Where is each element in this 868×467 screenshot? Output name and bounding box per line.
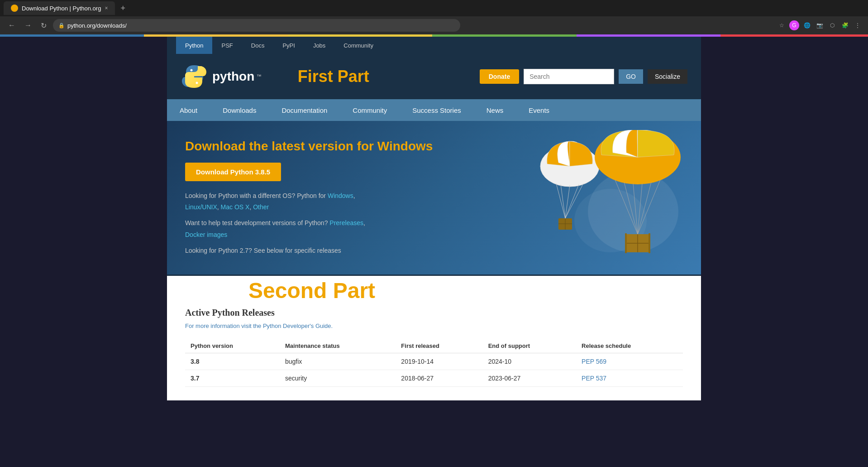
svg-line-5 <box>556 183 565 218</box>
parachute-illustration <box>520 130 692 274</box>
svg-rect-23 <box>625 233 627 253</box>
mainnav-about[interactable]: About <box>167 99 210 121</box>
version-37: 3.7 <box>185 370 280 386</box>
pep-537-link[interactable]: PEP 537 <box>582 375 606 382</box>
logo-area: python ™ <box>181 63 262 90</box>
hero-description: Looking for Python with a different OS? … <box>185 190 459 256</box>
col-end-support: End of support <box>483 339 576 353</box>
end-support-37: 2023-06-27 <box>483 370 576 386</box>
svg-line-7 <box>565 185 570 218</box>
bookmark-icon[interactable]: ☆ <box>777 20 787 30</box>
search-input[interactable] <box>524 69 614 84</box>
version-38: 3.8 <box>185 353 280 370</box>
url-box[interactable]: 🔒 python.org/downloads/ <box>53 19 460 32</box>
releases-table-header: Python version Maintenance status First … <box>185 339 683 353</box>
globe-icon[interactable]: 🌐 <box>802 20 812 30</box>
hero-line1: Looking for Python with a different OS? … <box>185 190 459 202</box>
dev-guide-link[interactable]: For more information visit the Python De… <box>185 323 333 329</box>
mainnav-success-stories[interactable]: Success Stories <box>400 99 474 121</box>
back-button[interactable]: ← <box>5 19 18 31</box>
donate-button[interactable]: Donate <box>480 69 519 84</box>
topnav-community[interactable]: Community <box>334 37 382 54</box>
end-support-38: 2024-10 <box>483 353 576 370</box>
hero-title: Download the latest version for Windows <box>185 139 459 154</box>
table-row: 3.8 bugfix 2019-10-14 2024-10 PEP 569 <box>185 353 683 370</box>
go-button[interactable]: GO <box>619 69 643 84</box>
first-released-37: 2018-06-27 <box>396 370 482 386</box>
schedule-37: PEP 537 <box>576 370 683 386</box>
topnav-pypi[interactable]: PyPI <box>273 37 304 54</box>
svg-point-0 <box>191 69 193 72</box>
topnav-psf[interactable]: PSF <box>212 37 242 54</box>
site-wrapper: Python PSF Docs PyPI Jobs Community <box>167 37 701 400</box>
svg-rect-24 <box>649 233 650 253</box>
releases-table-body: 3.8 bugfix 2019-10-14 2024-10 PEP 569 3.… <box>185 353 683 386</box>
extension1-icon[interactable]: ⬡ <box>827 20 837 30</box>
topnav-python[interactable]: Python <box>176 37 212 54</box>
active-tab[interactable]: Download Python | Python.org × <box>4 1 115 15</box>
pep-569-link[interactable]: PEP 569 <box>582 358 606 365</box>
hero-docker: Docker images <box>185 229 459 241</box>
col-release-schedule: Release schedule <box>576 339 683 353</box>
main-navigation: About Downloads Documentation Community … <box>167 99 701 121</box>
header-actions: Donate GO Socialize <box>480 69 687 84</box>
macos-link[interactable]: Mac OS X <box>221 203 250 211</box>
url-text: python.org/downloads/ <box>67 22 127 29</box>
forward-button[interactable]: → <box>22 19 34 31</box>
address-bar: ← → ↻ 🔒 python.org/downloads/ ☆ G 🌐 📷 ⬡ … <box>0 16 868 34</box>
hero-line3: Want to help test development versions o… <box>185 217 459 229</box>
tagline-first-part: First Part <box>298 67 369 86</box>
menu-icon[interactable]: ⋮ <box>853 20 863 30</box>
topnav-jobs[interactable]: Jobs <box>304 37 334 54</box>
refresh-button[interactable]: ↻ <box>38 19 49 32</box>
tab-close-button[interactable]: × <box>105 5 108 11</box>
first-released-38: 2019-10-14 <box>396 353 482 370</box>
windows-link[interactable]: Windows <box>328 192 353 199</box>
header-tagline: First Part <box>298 67 471 86</box>
logo-tm: ™ <box>257 73 262 79</box>
logo-text: python <box>212 69 254 83</box>
socialize-button[interactable]: Socialize <box>648 69 687 84</box>
mainnav-events[interactable]: Events <box>516 99 562 121</box>
other-link[interactable]: Other <box>253 203 269 211</box>
status-38: bugfix <box>280 353 396 370</box>
python-logo-icon <box>181 63 208 90</box>
prereleases-link[interactable]: Prereleases <box>329 219 363 226</box>
account-icon[interactable]: G <box>789 20 799 30</box>
tab-title: Download Python | Python.org <box>22 5 101 12</box>
col-first-released: First released <box>396 339 482 353</box>
lock-icon: 🔒 <box>58 23 65 29</box>
top-navigation: Python PSF Docs PyPI Jobs Community <box>167 37 701 54</box>
svg-point-1 <box>196 82 198 84</box>
table-row: 3.7 security 2018-06-27 2023-06-27 PEP 5… <box>185 370 683 386</box>
extension2-icon[interactable]: 🧩 <box>840 20 850 30</box>
table-header-row: Python version Maintenance status First … <box>185 339 683 353</box>
new-tab-button[interactable]: + <box>117 4 129 13</box>
docker-link[interactable]: Docker images <box>185 231 227 238</box>
mainnav-community[interactable]: Community <box>340 99 400 121</box>
releases-table: Python version Maintenance status First … <box>185 339 683 387</box>
label-spacer <box>185 289 683 308</box>
toolbar-icons: ☆ G 🌐 📷 ⬡ 🧩 ⋮ <box>777 20 863 30</box>
hero-line4: Looking for Python 2.7? See below for sp… <box>185 245 459 256</box>
logo-text-wrapper: python ™ <box>212 69 262 84</box>
releases-title: Active Python Releases <box>185 308 683 318</box>
browser-chrome: Download Python | Python.org × + ← → ↻ 🔒… <box>0 0 868 34</box>
linuxunix-link[interactable]: Linux/UNIX <box>185 203 217 211</box>
site-header: python ™ First Part Donate GO Socialize <box>167 54 701 99</box>
schedule-38: PEP 569 <box>576 353 683 370</box>
mainnav-documentation[interactable]: Documentation <box>269 99 340 121</box>
mainnav-downloads[interactable]: Downloads <box>210 99 269 121</box>
camera-icon[interactable]: 📷 <box>815 20 825 30</box>
download-button[interactable]: Download Python 3.8.5 <box>185 163 281 181</box>
hero-content: Download the latest version for Windows … <box>185 139 459 256</box>
second-part-section: Second Part Active Python Releases For m… <box>167 274 701 400</box>
status-37: security <box>280 370 396 386</box>
hero-line2: Linux/UNIX, Mac OS X, Other <box>185 202 459 213</box>
tab-bar: Download Python | Python.org × + <box>0 0 868 16</box>
mainnav-news[interactable]: News <box>474 99 516 121</box>
hero-section: Download the latest version for Windows … <box>167 121 701 274</box>
tab-favicon <box>11 5 18 12</box>
col-version: Python version <box>185 339 280 353</box>
topnav-docs[interactable]: Docs <box>242 37 274 54</box>
